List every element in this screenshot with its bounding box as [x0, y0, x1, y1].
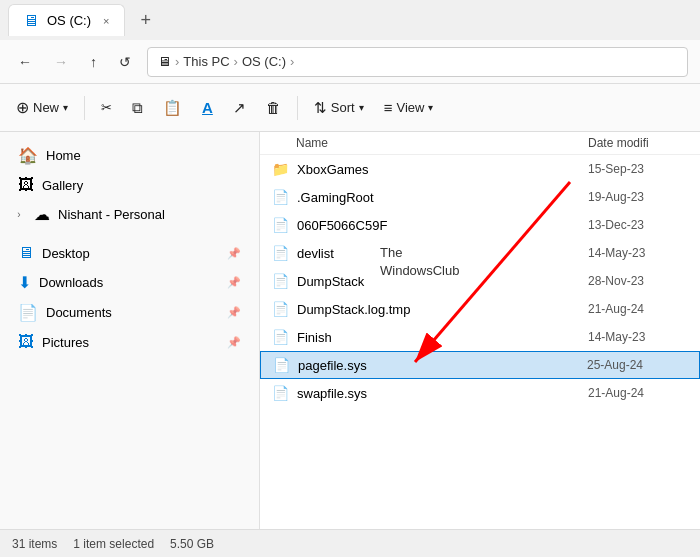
file-date: 14-May-23	[588, 246, 688, 260]
toolbar-sep-2	[297, 96, 298, 120]
up-button[interactable]: ↑	[84, 50, 103, 74]
selected-info: 1 item selected	[73, 537, 154, 551]
sidebar-item-documents[interactable]: 📄 Documents 📌	[6, 298, 253, 327]
tab-drive-icon: 🖥	[23, 12, 39, 30]
file-row[interactable]: 📄 Finish 14-May-23	[260, 323, 700, 351]
file-icon: 📄	[272, 217, 289, 233]
file-row[interactable]: 📄 swapfile.sys 21-Aug-24	[260, 379, 700, 407]
new-button[interactable]: ⊕ New ▾	[8, 92, 76, 123]
file-icon: 📄	[272, 245, 289, 261]
copy-icon: ⧉	[132, 99, 143, 117]
file-name: Finish	[297, 330, 588, 345]
tab-title: OS (C:)	[47, 13, 91, 28]
file-name: devlist	[297, 246, 588, 261]
pin-icon-downloads: 📌	[227, 276, 241, 289]
col-header-date[interactable]: Date modifi	[588, 136, 688, 150]
home-icon: 🏠	[18, 146, 38, 165]
gallery-icon: 🖼	[18, 176, 34, 194]
documents-icon: 📄	[18, 303, 38, 322]
file-name: XboxGames	[297, 162, 588, 177]
file-row[interactable]: 📄 .GamingRoot 19-Aug-23	[260, 183, 700, 211]
pictures-icon: 🖼	[18, 333, 34, 351]
expand-icon-nishant: ›	[12, 209, 26, 220]
main-content: 🏠 Home 🖼 Gallery › ☁ Nishant - Personal …	[0, 132, 700, 529]
file-name: DumpStack.log.tmp	[297, 302, 588, 317]
share-icon: ↗	[233, 99, 246, 117]
file-name: 060F5066C59F	[297, 218, 588, 233]
file-date: 21-Aug-24	[588, 386, 688, 400]
file-name-pagefile: pagefile.sys	[298, 358, 587, 373]
sidebar-label-desktop: Desktop	[42, 246, 219, 261]
downloads-icon: ⬇	[18, 273, 31, 292]
file-icon: 📄	[272, 273, 289, 289]
computer-icon: 🖥	[158, 54, 171, 69]
address-bar: ← → ↑ ↺ 🖥 › This PC › OS (C:) ›	[0, 40, 700, 84]
delete-button[interactable]: 🗑	[258, 93, 289, 122]
view-dropdown-icon: ▾	[428, 102, 433, 113]
new-dropdown-icon: ▾	[63, 102, 68, 113]
item-count: 31 items	[12, 537, 57, 551]
sidebar-label-pictures: Pictures	[42, 335, 219, 350]
refresh-button[interactable]: ↺	[113, 50, 137, 74]
status-bar: 31 items 1 item selected 5.50 GB	[0, 529, 700, 557]
view-icon: ≡	[384, 99, 393, 116]
sidebar-item-pictures[interactable]: 🖼 Pictures 📌	[6, 328, 253, 356]
sidebar-item-downloads[interactable]: ⬇ Downloads 📌	[6, 268, 253, 297]
folder-icon: 📁	[272, 161, 289, 177]
file-name: swapfile.sys	[297, 386, 588, 401]
tab-os-c[interactable]: 🖥 OS (C:) ×	[8, 4, 125, 36]
file-icon: 📄	[273, 357, 290, 373]
new-tab-button[interactable]: +	[133, 6, 160, 35]
tab-close-button[interactable]: ×	[103, 15, 109, 27]
sidebar-item-desktop[interactable]: 🖥 Desktop 📌	[6, 239, 253, 267]
file-date: 19-Aug-23	[588, 190, 688, 204]
file-row-selected[interactable]: 📄 pagefile.sys 25-Aug-24	[260, 351, 700, 379]
sidebar-label-nishant: Nishant - Personal	[58, 207, 241, 222]
sidebar-label-home: Home	[46, 148, 241, 163]
share-button[interactable]: ↗	[225, 93, 254, 123]
rename-icon: A	[202, 99, 213, 116]
pin-icon-documents: 📌	[227, 306, 241, 319]
rename-button[interactable]: A	[194, 93, 221, 122]
breadcrumb-os-c[interactable]: OS (C:)	[242, 54, 286, 69]
forward-button[interactable]: →	[48, 50, 74, 74]
sidebar-label-documents: Documents	[46, 305, 219, 320]
file-list-header: Name Date modifi	[260, 132, 700, 155]
file-row[interactable]: 📄 DumpStack 28-Nov-23	[260, 267, 700, 295]
breadcrumb[interactable]: 🖥 › This PC › OS (C:) ›	[147, 47, 688, 77]
new-label: New	[33, 100, 59, 115]
toolbar-sep-1	[84, 96, 85, 120]
title-bar: 🖥 OS (C:) × +	[0, 0, 700, 40]
file-row[interactable]: 📄 060F5066C59F 13-Dec-23	[260, 211, 700, 239]
file-date: 21-Aug-24	[588, 302, 688, 316]
file-date: 14-May-23	[588, 330, 688, 344]
sort-button[interactable]: ⇅ Sort ▾	[306, 93, 372, 123]
pin-icon-desktop: 📌	[227, 247, 241, 260]
toolbar: ⊕ New ▾ ✂ ⧉ 📋 A ↗ 🗑 ⇅ Sort ▾ ≡ View ▾	[0, 84, 700, 132]
copy-button[interactable]: ⧉	[124, 93, 151, 123]
paste-button[interactable]: 📋	[155, 93, 190, 123]
file-name: DumpStack	[297, 274, 588, 289]
file-icon: 📄	[272, 385, 289, 401]
file-row[interactable]: 📁 XboxGames 15-Sep-23	[260, 155, 700, 183]
sort-dropdown-icon: ▾	[359, 102, 364, 113]
sort-label: Sort	[331, 100, 355, 115]
file-row[interactable]: 📄 devlist 14-May-23	[260, 239, 700, 267]
col-header-name[interactable]: Name	[296, 136, 588, 150]
sidebar-item-home[interactable]: 🏠 Home	[6, 141, 253, 170]
sort-icon: ⇅	[314, 99, 327, 117]
breadcrumb-this-pc[interactable]: This PC	[183, 54, 229, 69]
sidebar: 🏠 Home 🖼 Gallery › ☁ Nishant - Personal …	[0, 132, 260, 529]
pin-icon-pictures: 📌	[227, 336, 241, 349]
back-button[interactable]: ←	[12, 50, 38, 74]
sidebar-item-nishant[interactable]: › ☁ Nishant - Personal	[6, 200, 253, 229]
file-row[interactable]: 📄 DumpStack.log.tmp 21-Aug-24	[260, 295, 700, 323]
file-icon: 📄	[272, 301, 289, 317]
file-date: 28-Nov-23	[588, 274, 688, 288]
view-button[interactable]: ≡ View ▾	[376, 93, 442, 122]
sidebar-item-gallery[interactable]: 🖼 Gallery	[6, 171, 253, 199]
cut-button[interactable]: ✂	[93, 94, 120, 121]
delete-icon: 🗑	[266, 99, 281, 116]
file-icon: 📄	[272, 329, 289, 345]
view-label: View	[396, 100, 424, 115]
